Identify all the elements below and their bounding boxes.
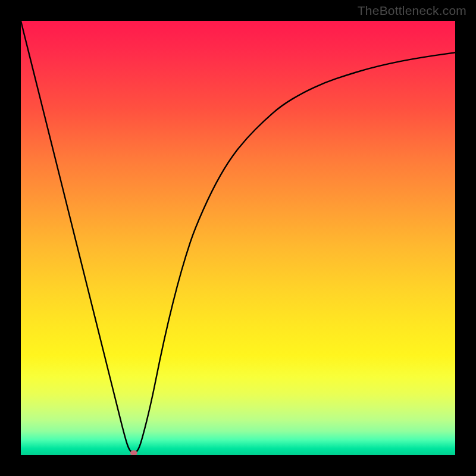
bottleneck-curve: [21, 21, 455, 452]
plot-area: [21, 21, 455, 455]
chart-container: TheBottleneck.com: [0, 0, 476, 476]
curve-svg: [21, 21, 455, 455]
watermark-text: TheBottleneck.com: [358, 4, 466, 18]
